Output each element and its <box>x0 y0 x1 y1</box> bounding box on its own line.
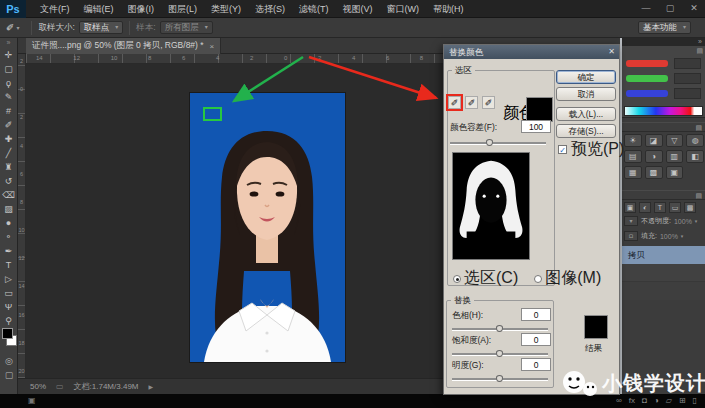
preview-checkbox[interactable]: ✓ <box>558 145 567 154</box>
zoom-level[interactable]: 50% <box>30 382 46 391</box>
eyedropper-tool[interactable]: ✐ <box>1 118 17 132</box>
selected-color-swatch[interactable] <box>526 97 553 122</box>
posterize-icon[interactable]: ▣ <box>666 166 684 179</box>
filter-type-layers-icon[interactable]: T <box>654 202 666 213</box>
workspace-select[interactable]: 基本功能 ▾ <box>638 21 691 34</box>
crop-tool[interactable]: # <box>1 104 17 118</box>
tab-close-icon[interactable]: × <box>210 42 215 51</box>
saturation-slider[interactable] <box>452 349 548 358</box>
red-slider[interactable] <box>626 60 668 67</box>
eraser-tool[interactable]: ⌫ <box>1 188 17 202</box>
lasso-tool[interactable]: ϙ <box>1 76 17 90</box>
menu-item[interactable]: 滤镜(T) <box>293 0 335 18</box>
menu-item[interactable]: 图像(I) <box>122 0 161 18</box>
panel-menu-icon[interactable]: ▤ <box>696 47 703 55</box>
id-photo-image[interactable] <box>190 93 345 362</box>
tool-preset-caret-icon[interactable]: ▾ <box>16 24 19 31</box>
selection-mask-preview[interactable] <box>452 152 530 260</box>
menu-item[interactable]: 窗口(W) <box>381 0 426 18</box>
quick-selection-tool[interactable]: ✎ <box>1 90 17 104</box>
result-color-swatch[interactable] <box>584 315 608 339</box>
ok-button[interactable]: 确定 <box>556 70 616 84</box>
blur-tool[interactable]: ● <box>1 216 17 230</box>
sample-size-select[interactable]: 取样点 ▾ <box>79 21 124 34</box>
dialog-close-icon[interactable]: ✕ <box>608 47 615 57</box>
type-tool[interactable]: T <box>1 258 17 272</box>
fuzziness-field[interactable]: 100 <box>521 120 551 133</box>
lock-icon[interactable]: Ω <box>624 231 638 241</box>
layers-panel-header[interactable]: ▤ <box>622 190 705 200</box>
rectangle-shape-tool[interactable]: ▭ <box>1 286 17 300</box>
exposure-icon[interactable]: ◍ <box>686 134 704 147</box>
filter-shape-layers-icon[interactable]: ▭ <box>669 202 681 213</box>
rectangular-marquee-tool[interactable]: ▢ <box>1 62 17 76</box>
blue-slider[interactable] <box>626 90 668 97</box>
menu-item[interactable]: 帮助(H) <box>427 0 470 18</box>
vibrance-icon[interactable]: ▤ <box>624 150 642 163</box>
foreground-color-swatch[interactable] <box>2 328 13 339</box>
collapse-panels-icon[interactable]: » <box>698 38 702 45</box>
channel-mixer-icon[interactable]: ▩ <box>645 166 663 179</box>
lightness-slider[interactable] <box>452 374 548 383</box>
hand-tool[interactable]: Ψ <box>1 300 17 314</box>
black-white-icon[interactable]: ◧ <box>686 150 704 163</box>
move-tool[interactable]: ✛ <box>1 48 17 62</box>
red-value-field[interactable] <box>674 58 701 69</box>
screen-mode-icon[interactable]: ▢ <box>5 370 14 380</box>
panel-menu-icon[interactable]: ▤ <box>695 124 702 131</box>
brightness-contrast-icon[interactable]: ☀ <box>624 134 642 147</box>
menu-item[interactable]: 选择(S) <box>249 0 291 18</box>
filter-pixel-layers-icon[interactable]: ▣ <box>624 202 636 213</box>
adjustments-panel-header[interactable]: ▤ <box>622 122 705 132</box>
green-slider[interactable] <box>626 75 668 82</box>
minimize-button[interactable]: — <box>639 1 653 15</box>
selection-radio[interactable]: 选区(C) <box>453 268 518 289</box>
curves-icon[interactable]: ▽ <box>666 134 684 147</box>
menu-item[interactable]: 编辑(E) <box>78 0 120 18</box>
dodge-tool[interactable]: ⚬ <box>1 230 17 244</box>
photo-filter-icon[interactable]: ▦ <box>624 166 642 179</box>
color-spectrum-ramp[interactable] <box>624 106 703 116</box>
spot-healing-brush-tool[interactable]: ✚ <box>1 132 17 146</box>
opacity-value[interactable]: 100% <box>674 218 692 225</box>
load-button[interactable]: 载入(L)... <box>556 107 616 121</box>
layer-row[interactable] <box>622 264 705 282</box>
panel-collapse-bar[interactable]: » <box>622 38 705 46</box>
lightness-field[interactable]: 0 <box>521 358 551 371</box>
cancel-button[interactable]: 取消 <box>556 87 616 101</box>
color-balance-icon[interactable]: ▥ <box>666 150 684 163</box>
eyedropper-add-icon[interactable]: ✐ <box>465 96 478 109</box>
gradient-tool[interactable]: ▨ <box>1 202 17 216</box>
eyedropper-subtract-icon[interactable]: ✐ <box>482 96 495 109</box>
hue-field[interactable]: 0 <box>521 308 551 321</box>
filter-adjustment-layers-icon[interactable]: ◐ <box>639 202 651 213</box>
fuzziness-slider[interactable] <box>450 138 546 147</box>
clone-stamp-tool[interactable]: ♜ <box>1 160 17 174</box>
green-value-field[interactable] <box>674 73 701 84</box>
menu-item[interactable]: 文件(F) <box>34 0 76 18</box>
pen-tool[interactable]: ✒ <box>1 244 17 258</box>
hue-slider[interactable] <box>452 324 548 333</box>
saturation-field[interactable]: 0 <box>521 333 551 346</box>
panel-menu-icon[interactable]: ▤ <box>695 192 702 199</box>
blue-value-field[interactable] <box>674 88 701 99</box>
fill-value[interactable]: 100% <box>660 233 678 240</box>
dialog-title-bar[interactable]: 替换颜色 ✕ <box>444 45 619 59</box>
save-button[interactable]: 存储(S)... <box>556 124 616 138</box>
image-radio[interactable]: 图像(M) <box>534 268 601 289</box>
maximize-button[interactable]: ▢ <box>663 1 677 15</box>
history-brush-tool[interactable]: ↺ <box>1 174 17 188</box>
brush-tool[interactable]: ╱ <box>1 146 17 160</box>
blend-mode-select[interactable]: ▾ <box>624 216 638 226</box>
hue-saturation-icon[interactable]: ◑ <box>645 150 663 163</box>
status-options-arrow-icon[interactable]: ▶ <box>149 383 154 390</box>
collapse-panel-icon[interactable]: » <box>0 38 17 48</box>
menu-item[interactable]: 图层(L) <box>162 0 203 18</box>
layer-row[interactable] <box>622 282 705 300</box>
menu-item[interactable]: 视图(V) <box>337 0 379 18</box>
levels-icon[interactable]: ◪ <box>645 134 663 147</box>
menu-item[interactable]: 类型(Y) <box>205 0 247 18</box>
path-selection-tool[interactable]: ▷ <box>1 272 17 286</box>
document-tab[interactable]: 证件照....png @ 50% (图层 0 拷贝, RGB/8#) * × <box>26 38 221 54</box>
eyedropper-sample-icon[interactable]: ✐ <box>448 96 461 109</box>
